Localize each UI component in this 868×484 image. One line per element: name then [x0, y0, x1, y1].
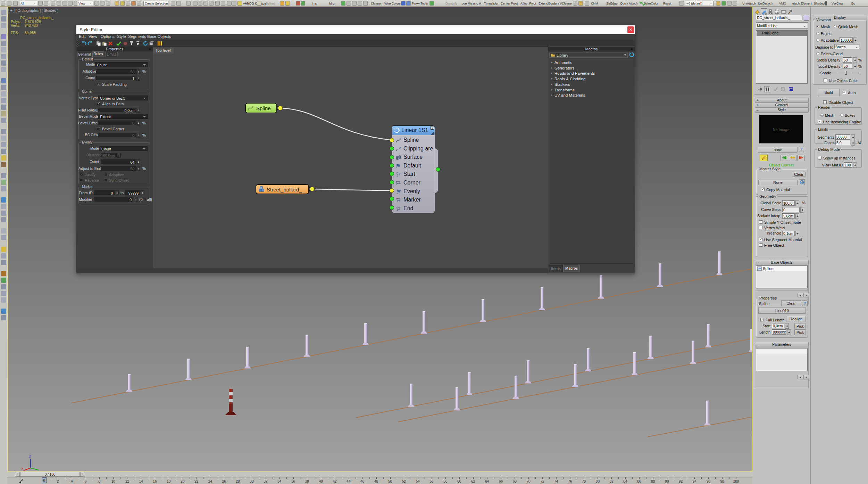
svg-text:z: z [29, 454, 31, 458]
svg-text:x: x [22, 467, 23, 470]
